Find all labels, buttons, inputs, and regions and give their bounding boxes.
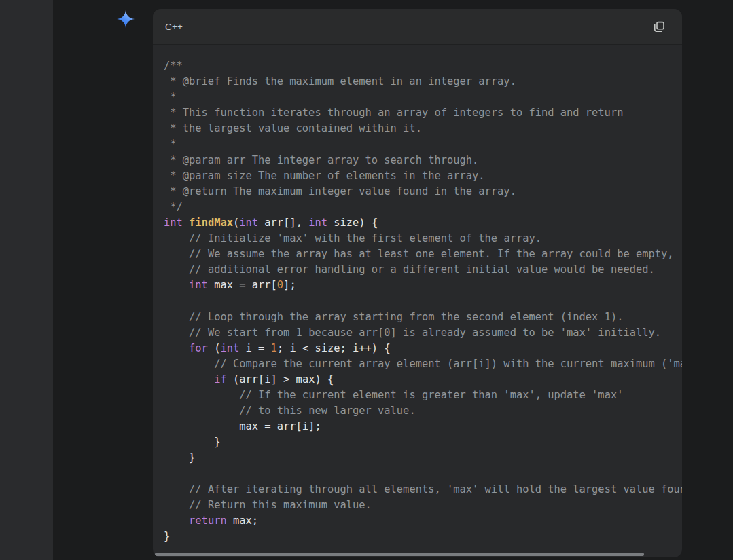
code-line: for (int i = 1; i < size; i++) {: [164, 341, 671, 356]
code-line: *: [164, 90, 671, 105]
gemini-sparkle-icon: [117, 10, 135, 28]
code-line: * @param size The number of elements in …: [164, 168, 671, 184]
code-line: // additional error handling or a differ…: [164, 262, 671, 278]
code-line: int max = arr[0];: [164, 278, 671, 293]
chat-screen: C++ /** * @brief Finds the maximum eleme…: [0, 0, 733, 560]
code-line: [164, 293, 671, 309]
code-line: }: [164, 529, 671, 544]
code-line: * This function iterates through an arra…: [164, 105, 671, 121]
code-line: */: [164, 200, 671, 215]
code-content: /** * @brief Finds the maximum element i…: [153, 45, 682, 557]
code-line: // Loop through the array starting from …: [164, 310, 671, 325]
code-line: }: [164, 450, 671, 466]
code-line: // If the current element is greater tha…: [164, 388, 671, 403]
sparkle-svg: [117, 10, 135, 28]
code-line: if (arr[i] > max) {: [164, 372, 671, 388]
code-line: // Compare the current array element (ar…: [164, 356, 671, 372]
sidebar-strip: [0, 0, 53, 560]
horizontal-scrollbar[interactable]: [153, 551, 682, 557]
code-line: // Initialize 'max' with the first eleme…: [164, 231, 671, 246]
code-line: * @return The maximum integer value foun…: [164, 184, 671, 200]
language-label: C++: [165, 22, 183, 32]
code-line: *: [164, 136, 671, 152]
code-line: // Return this maximum value.: [164, 498, 671, 513]
code-line: // After iterating through all elements,…: [164, 482, 671, 498]
code-line: * @param arr The integer array to search…: [164, 153, 671, 168]
copy-code-button[interactable]: [649, 17, 668, 36]
code-block-header: C++: [153, 9, 682, 45]
code-line: return max;: [164, 513, 671, 529]
code-line: max = arr[i];: [164, 419, 671, 434]
code-line: int findMax(int arr[], int size) {: [164, 215, 671, 231]
code-line: [164, 466, 671, 481]
scrollbar-thumb[interactable]: [155, 553, 644, 556]
code-line: }: [164, 434, 671, 450]
code-line: // We start from 1 because arr[0] is alr…: [164, 325, 671, 341]
code-line: // We assume the array has at least one …: [164, 246, 671, 262]
code-text: /** * @brief Finds the maximum element i…: [153, 45, 682, 553]
code-line: * the largest value contained within it.: [164, 121, 671, 136]
code-line: /**: [164, 58, 671, 74]
code-line: // to this new larger value.: [164, 403, 671, 419]
content-copy-icon: [653, 20, 666, 33]
code-line: * @brief Finds the maximum element in an…: [164, 74, 671, 90]
code-block: C++ /** * @brief Finds the maximum eleme…: [153, 9, 682, 557]
